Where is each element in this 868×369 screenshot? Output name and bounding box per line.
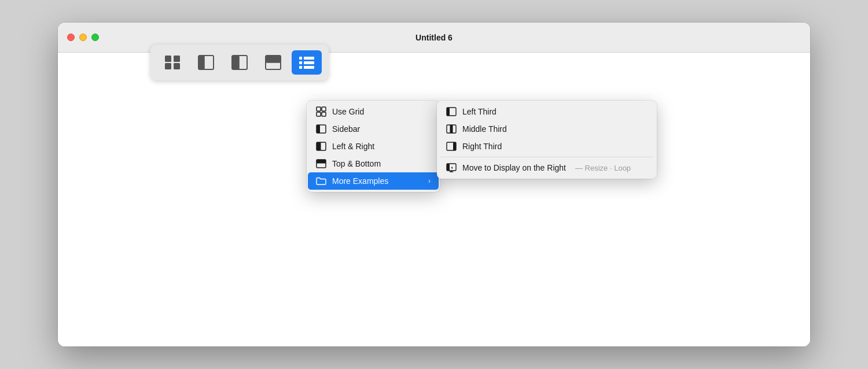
svg-rect-1 [174,56,180,62]
svg-rect-19 [317,107,321,111]
svg-rect-8 [232,56,239,69]
svg-rect-13 [299,57,302,60]
submenu-item-left-third[interactable]: Left Third [438,103,656,120]
svg-rect-24 [317,125,320,133]
menu-item-more-examples-label: More Examples [332,176,388,186]
svg-rect-20 [322,107,326,111]
folder-icon [316,176,326,186]
menu-item-left-right-label: Left & Right [332,142,374,151]
svg-marker-39 [451,167,453,169]
window-title: Untitled 6 [415,33,453,42]
submenu: Left Third Middle Third Right Third [437,101,657,179]
dropdown-menu: Use Grid Sidebar Left & Right [307,101,440,192]
svg-rect-15 [299,61,302,64]
svg-rect-2 [165,63,171,69]
submenu-item-middle-third-label: Middle Third [462,124,507,134]
top-bottom-icon [316,158,326,169]
menu-item-left-right[interactable]: Left & Right [308,138,439,155]
svg-rect-29 [317,160,326,163]
grid-view-button[interactable] [157,50,187,75]
svg-rect-18 [304,66,314,69]
sidebar-view-button[interactable] [191,50,221,75]
close-button[interactable] [67,34,75,41]
chevron-right-icon: › [428,177,431,185]
top-bottom-view-button[interactable] [258,50,288,75]
left-right-view-button[interactable] [225,50,255,75]
left-right-icon [316,141,326,152]
maximize-button[interactable] [91,34,99,41]
window-controls [67,34,99,41]
submenu-divider [440,157,653,157]
submenu-item-right-third-label: Right Third [462,142,502,151]
svg-rect-26 [317,142,321,150]
menu-item-sidebar-label: Sidebar [332,124,360,134]
svg-rect-3 [174,63,180,69]
submenu-item-middle-third[interactable]: Middle Third [438,120,656,138]
svg-rect-34 [450,125,453,133]
left-third-icon [446,106,457,117]
svg-rect-38 [447,164,450,171]
submenu-item-move-display-suffix: — Resize · Loop [575,164,631,172]
svg-rect-0 [165,56,171,62]
app-window: Untitled 6 [58,23,810,346]
toolbar-popup [150,45,329,80]
svg-rect-22 [322,112,326,116]
menu-item-use-grid[interactable]: Use Grid [308,103,439,120]
menu-item-use-grid-label: Use Grid [332,107,364,116]
svg-rect-21 [317,112,321,116]
submenu-item-move-display-label: Move to Display on the Right [462,163,566,172]
window-content [58,53,810,346]
list-view-button[interactable] [292,50,322,75]
submenu-item-right-third[interactable]: Right Third [438,138,656,155]
svg-rect-16 [304,61,314,64]
submenu-item-move-display[interactable]: Move to Display on the Right — Resize · … [438,159,656,176]
sidebar-icon [316,124,326,134]
svg-rect-17 [299,66,302,69]
right-third-icon [446,141,457,152]
svg-rect-14 [304,57,314,60]
menu-item-more-examples[interactable]: More Examples › [308,172,439,190]
svg-rect-32 [447,108,450,116]
svg-rect-11 [266,56,281,62]
display-icon [446,163,457,173]
menu-item-sidebar[interactable]: Sidebar [308,120,439,138]
minimize-button[interactable] [79,34,87,41]
grid-icon [316,106,326,117]
middle-third-icon [446,124,457,134]
svg-rect-36 [453,142,456,150]
menu-item-top-bottom-label: Top & Bottom [332,159,381,168]
submenu-item-left-third-label: Left Third [462,107,496,116]
svg-rect-5 [198,56,204,69]
menu-item-top-bottom[interactable]: Top & Bottom [308,155,439,172]
